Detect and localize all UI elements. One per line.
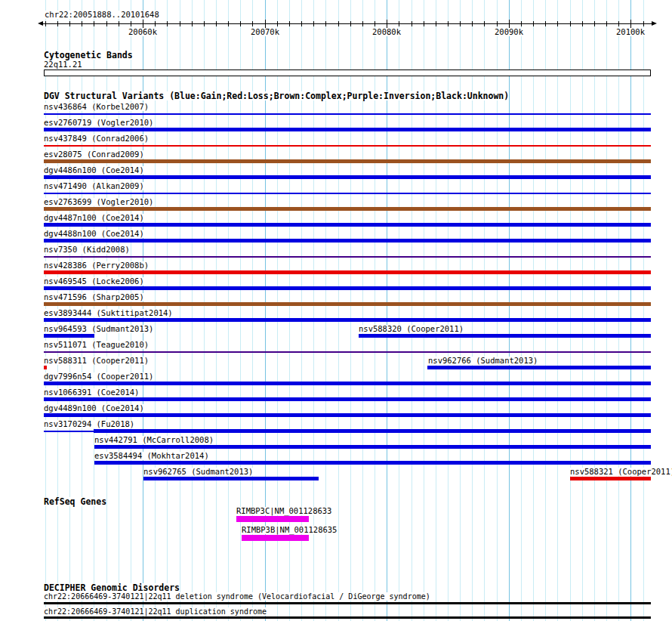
variant-label[interactable]: dgv4487n100 (Coe2014) bbox=[44, 214, 144, 222]
disorder-bar[interactable] bbox=[44, 602, 651, 604]
disorder-label[interactable]: chr22:20666469-3740121|22q11 deletion sy… bbox=[44, 592, 430, 601]
ruler-minor-tick bbox=[582, 21, 583, 26]
ruler-minor-tick bbox=[570, 21, 571, 26]
gridline-minor bbox=[570, 0, 571, 621]
variant-bar[interactable] bbox=[44, 223, 651, 227]
variant-label[interactable]: dgv4489n100 (Coe2014) bbox=[44, 404, 144, 412]
variant-label[interactable]: nsv436864 (Korbel2007) bbox=[44, 103, 149, 111]
gridline-minor bbox=[557, 0, 558, 621]
variant-label[interactable]: esv2760719 (Vogler2010) bbox=[44, 119, 153, 127]
variant-bar[interactable] bbox=[359, 334, 651, 338]
gene-bar[interactable] bbox=[236, 516, 309, 522]
variant-bar[interactable] bbox=[44, 256, 651, 258]
gridline-minor bbox=[606, 0, 607, 621]
variant-bar[interactable] bbox=[44, 193, 651, 194]
ruler-tick-label: 20090k bbox=[495, 28, 523, 36]
variant-bar[interactable] bbox=[44, 318, 651, 322]
variant-bar[interactable] bbox=[44, 145, 651, 147]
variant-label[interactable]: esv2763699 (Vogler2010) bbox=[44, 198, 153, 206]
ruler-minor-tick bbox=[155, 21, 156, 26]
ruler-minor-tick bbox=[94, 21, 94, 26]
variant-bar[interactable] bbox=[44, 207, 651, 211]
cytoband-box[interactable] bbox=[44, 70, 651, 76]
cytobands-header: Cytogenetic Bands bbox=[44, 51, 133, 60]
variant-bar[interactable] bbox=[570, 477, 651, 480]
gridline-minor bbox=[643, 0, 644, 621]
variant-bar[interactable] bbox=[44, 431, 94, 432]
variant-bar[interactable] bbox=[44, 413, 651, 417]
ruler-minor-tick bbox=[448, 21, 449, 26]
variant-label[interactable]: nsv962766 (Sudmant2013) bbox=[428, 357, 538, 365]
variant-bar[interactable] bbox=[44, 334, 94, 338]
cytoband-label: 22q11.21 bbox=[44, 60, 82, 69]
variant-label[interactable]: nsv7350 (Kidd2008) bbox=[44, 246, 130, 254]
gridline-minor bbox=[545, 0, 546, 621]
variant-bar[interactable] bbox=[44, 397, 651, 401]
variant-label[interactable]: nsv964593 (Sudmant2013) bbox=[44, 325, 153, 333]
ruler-minor-tick bbox=[252, 21, 253, 26]
variant-bar[interactable] bbox=[44, 382, 651, 385]
ruler-minor-tick bbox=[594, 21, 595, 26]
ruler-line bbox=[43, 23, 652, 24]
variant-label[interactable]: nsv588321 (Cooper2011) bbox=[570, 468, 672, 476]
gridline-minor bbox=[533, 0, 534, 621]
variant-bar[interactable] bbox=[44, 270, 651, 274]
variant-label[interactable]: nsv511071 (Teague2010) bbox=[44, 341, 149, 349]
gridline-major bbox=[630, 0, 631, 621]
variant-label[interactable]: nsv588311 (Cooper2011) bbox=[44, 357, 149, 365]
variant-label[interactable]: nsv442791 (McCarroll2008) bbox=[94, 436, 214, 444]
variant-bar[interactable] bbox=[44, 286, 651, 290]
variant-bar[interactable] bbox=[44, 351, 651, 353]
variant-label[interactable]: nsv1066391 (Coe2014) bbox=[44, 388, 139, 397]
variant-bar[interactable] bbox=[44, 159, 651, 163]
ruler-tick-label: 20080k bbox=[372, 28, 401, 36]
variant-label[interactable]: nsv471490 (Alkan2009) bbox=[44, 182, 144, 190]
ruler-tick-label: 20070k bbox=[251, 28, 279, 36]
variant-label[interactable]: nsv469545 (Locke2006) bbox=[44, 277, 144, 286]
variant-label[interactable]: nsv437849 (Conrad2006) bbox=[44, 134, 149, 143]
variant-bar[interactable] bbox=[94, 429, 651, 433]
variant-label[interactable]: esv3893444 (Suktitipat2014) bbox=[44, 309, 173, 317]
variant-label[interactable]: nsv428386 (Perry2008b) bbox=[44, 261, 149, 270]
ruler-minor-tick bbox=[472, 21, 473, 26]
variant-bar[interactable] bbox=[44, 128, 651, 131]
ruler-minor-tick bbox=[204, 21, 205, 26]
variant-label[interactable]: dgv4488n100 (Coe2014) bbox=[44, 230, 144, 238]
ruler-minor-tick bbox=[618, 21, 619, 26]
region-title: chr22:20051888..20101648 bbox=[45, 11, 159, 19]
variant-bar[interactable] bbox=[94, 445, 651, 449]
variant-bar[interactable] bbox=[44, 175, 651, 179]
ruler-minor-tick bbox=[557, 21, 558, 26]
gene-label[interactable]: RIMBP3C|NM_001128633 bbox=[236, 507, 331, 515]
variant-label[interactable]: nsv471596 (Sharp2005) bbox=[44, 293, 144, 301]
variant-label[interactable]: nsv3170294 (Fu2018) bbox=[44, 420, 134, 428]
variant-bar[interactable] bbox=[94, 461, 651, 465]
ruler-minor-tick bbox=[412, 21, 412, 26]
ruler-minor-tick bbox=[180, 21, 180, 26]
ruler-minor-tick bbox=[131, 21, 131, 26]
dgv-track-header: DGV Structural Variants (Blue:Gain;Red:L… bbox=[44, 91, 509, 100]
variant-bar[interactable] bbox=[143, 477, 319, 480]
variant-label[interactable]: dgv4486n100 (Coe2014) bbox=[44, 166, 144, 175]
ruler-minor-tick bbox=[301, 21, 302, 26]
gene-label[interactable]: RIMBP3B|NM_001128635 bbox=[242, 526, 337, 534]
ruler-minor-tick bbox=[240, 21, 241, 26]
variant-bar[interactable] bbox=[44, 366, 47, 369]
variant-label[interactable]: nsv962765 (Sudmant2013) bbox=[143, 468, 253, 476]
variant-label[interactable]: dgv7996n54 (Cooper2011) bbox=[44, 372, 153, 381]
ruler-minor-tick bbox=[545, 21, 546, 26]
refseq-track-header: RefSeq Genes bbox=[44, 497, 106, 506]
ruler-minor-tick bbox=[606, 21, 607, 26]
variant-label[interactable]: nsv588320 (Cooper2011) bbox=[359, 325, 464, 333]
gridline-minor bbox=[618, 0, 619, 621]
gene-bar[interactable] bbox=[242, 535, 309, 541]
variant-label[interactable]: esv28075 (Conrad2009) bbox=[44, 150, 144, 159]
variant-bar[interactable] bbox=[44, 113, 651, 115]
genome-browser-canvas: chr22:20051888..20101648 20060k20070k200… bbox=[0, 0, 672, 621]
variant-label[interactable]: esv3584494 (Mokhtar2014) bbox=[94, 452, 209, 460]
variant-bar[interactable] bbox=[427, 366, 651, 369]
disorder-label[interactable]: chr22:20666469-3740121|22q11 duplication… bbox=[44, 607, 267, 616]
variant-bar[interactable] bbox=[44, 239, 651, 243]
variant-bar[interactable] bbox=[44, 302, 651, 306]
disorder-bar[interactable] bbox=[44, 616, 651, 619]
